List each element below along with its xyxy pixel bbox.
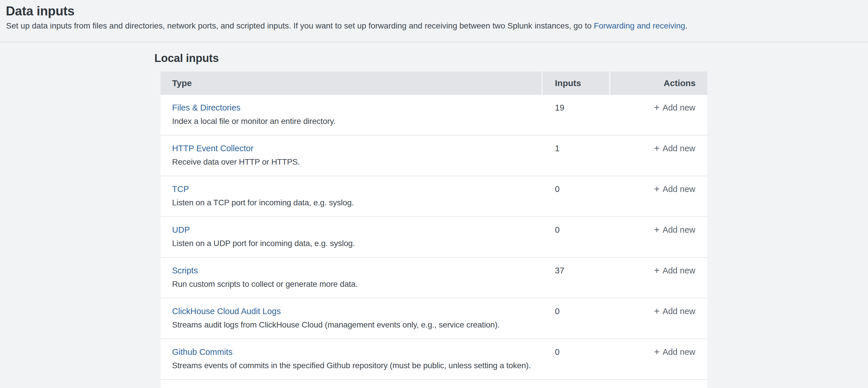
type-description: Index a local file or monitor an entire … <box>172 116 543 127</box>
github-commits-link[interactable]: Github Commits <box>172 347 232 357</box>
type-cell: TCP Listen on a TCP port for incoming da… <box>160 176 543 216</box>
actions-cell: +Add new <box>609 136 707 176</box>
add-new-button[interactable]: +Add new <box>654 265 695 276</box>
page-title: Data inputs <box>6 3 74 19</box>
add-new-button[interactable]: +Add new <box>654 102 695 113</box>
type-description: Streams audit logs from ClickHouse Cloud… <box>172 319 543 330</box>
clickhouse-cloud-audit-logs-link[interactable]: ClickHouse Cloud Audit Logs <box>172 306 281 316</box>
plus-icon: + <box>654 143 659 154</box>
actions-cell: +Add new <box>609 217 707 257</box>
table-row-partial <box>160 380 707 388</box>
type-description: Run custom scripts to collect or generat… <box>172 279 543 290</box>
type-description: Streams events of commits in the specifi… <box>172 360 543 371</box>
inputs-count: 0 <box>543 339 609 379</box>
column-header-actions: Actions <box>611 71 707 95</box>
plus-icon: + <box>654 347 659 357</box>
add-new-label: Add new <box>662 225 695 234</box>
actions-cell: +Add new <box>609 258 707 298</box>
plus-icon: + <box>654 265 659 276</box>
tcp-link[interactable]: TCP <box>172 184 189 194</box>
section-title-local-inputs: Local inputs <box>154 52 219 65</box>
inputs-count: 1 <box>543 136 609 176</box>
plus-icon: + <box>654 306 659 317</box>
forwarding-and-receiving-link[interactable]: Forwarding and receiving <box>594 21 685 30</box>
table-row-clickhouse-cloud-audit-logs: ClickHouse Cloud Audit Logs Streams audi… <box>160 298 707 339</box>
inputs-count: 0 <box>543 176 609 216</box>
page-subtitle: Set up data inputs from files and direct… <box>6 20 687 31</box>
add-new-button[interactable]: +Add new <box>654 143 695 154</box>
table-header-row: Type Inputs Actions <box>160 71 707 95</box>
inputs-count: 19 <box>543 95 609 135</box>
actions-cell: +Add new <box>609 176 707 216</box>
type-cell: HTTP Event Collector Receive data over H… <box>160 136 543 176</box>
actions-cell: +Add new <box>609 298 707 338</box>
inputs-count: 0 <box>543 298 609 338</box>
type-cell: Files & Directories Index a local file o… <box>160 95 543 135</box>
table-row-tcp: TCP Listen on a TCP port for incoming da… <box>160 176 707 217</box>
add-new-label: Add new <box>662 306 695 316</box>
type-cell: Scripts Run custom scripts to collect or… <box>160 258 543 298</box>
table-row-scripts: Scripts Run custom scripts to collect or… <box>160 258 707 298</box>
page-subtitle-period: . <box>685 21 687 30</box>
column-header-type: Type <box>160 71 541 95</box>
plus-icon: + <box>654 102 659 113</box>
add-new-button[interactable]: +Add new <box>654 347 695 357</box>
add-new-button[interactable]: +Add new <box>654 306 695 317</box>
type-cell: Github Commits Streams events of commits… <box>160 339 543 379</box>
add-new-label: Add new <box>662 144 695 153</box>
actions-cell: +Add new <box>609 339 707 379</box>
type-description: Listen on a TCP port for incoming data, … <box>172 197 543 208</box>
column-header-inputs: Inputs <box>543 71 609 95</box>
actions-cell: +Add new <box>609 95 707 135</box>
http-event-collector-link[interactable]: HTTP Event Collector <box>172 144 253 153</box>
header-divider <box>0 41 868 42</box>
inputs-count: 37 <box>543 258 609 298</box>
table-row-udp: UDP Listen on a UDP port for incoming da… <box>160 217 707 258</box>
udp-link[interactable]: UDP <box>172 225 190 234</box>
add-new-button[interactable]: +Add new <box>654 183 695 195</box>
table-row-files-directories: Files & Directories Index a local file o… <box>160 95 707 136</box>
plus-icon: + <box>654 224 659 235</box>
plus-icon: + <box>654 183 659 194</box>
page-subtitle-text: Set up data inputs from files and direct… <box>6 21 594 30</box>
scripts-link[interactable]: Scripts <box>172 266 198 275</box>
table-body: Files & Directories Index a local file o… <box>160 95 707 388</box>
inputs-count: 0 <box>543 217 609 257</box>
add-new-label: Add new <box>662 103 695 112</box>
add-new-label: Add new <box>662 184 695 194</box>
table-row-github-commits: Github Commits Streams events of commits… <box>160 339 707 380</box>
type-description: Receive data over HTTP or HTTPS. <box>172 156 543 168</box>
add-new-button[interactable]: +Add new <box>654 224 695 235</box>
type-cell: ClickHouse Cloud Audit Logs Streams audi… <box>160 298 543 338</box>
add-new-label: Add new <box>662 266 695 275</box>
local-inputs-table: Type Inputs Actions Files & Directories … <box>160 71 707 388</box>
type-cell: UDP Listen on a UDP port for incoming da… <box>160 217 543 257</box>
type-description: Listen on a UDP port for incoming data, … <box>172 238 543 249</box>
files-directories-link[interactable]: Files & Directories <box>172 103 240 112</box>
table-row-http-event-collector: HTTP Event Collector Receive data over H… <box>160 136 707 176</box>
add-new-label: Add new <box>662 347 695 357</box>
